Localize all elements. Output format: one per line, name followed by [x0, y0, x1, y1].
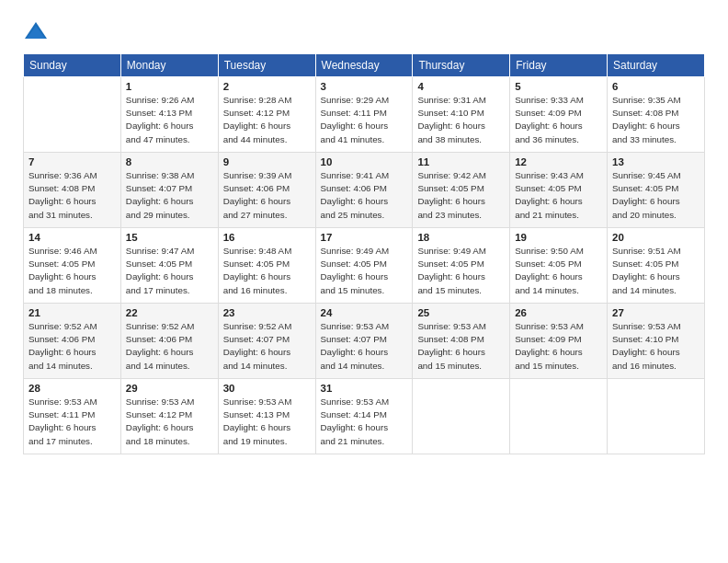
day-info: Sunrise: 9:29 AM Sunset: 4:11 PM Dayligh…	[321, 94, 408, 146]
calendar-cell	[510, 379, 608, 454]
calendar-cell: 6Sunrise: 9:35 AM Sunset: 4:08 PM Daylig…	[608, 77, 705, 153]
day-number: 23	[223, 307, 311, 318]
calendar-cell: 7Sunrise: 9:36 AM Sunset: 4:08 PM Daylig…	[24, 153, 121, 228]
day-number: 17	[321, 232, 408, 243]
weekday-header-tuesday: Tuesday	[218, 54, 315, 77]
calendar-cell: 17Sunrise: 9:49 AM Sunset: 4:05 PM Dayli…	[315, 228, 413, 304]
logo	[23, 18, 52, 44]
calendar-cell: 19Sunrise: 9:50 AM Sunset: 4:05 PM Dayli…	[510, 228, 608, 304]
day-info: Sunrise: 9:53 AM Sunset: 4:14 PM Dayligh…	[321, 396, 408, 448]
day-info: Sunrise: 9:28 AM Sunset: 4:12 PM Dayligh…	[223, 94, 311, 146]
day-number: 11	[417, 156, 505, 167]
day-info: Sunrise: 9:53 AM Sunset: 4:08 PM Dayligh…	[417, 320, 505, 373]
weekday-header-saturday: Saturday	[608, 54, 705, 77]
day-info: Sunrise: 9:53 AM Sunset: 4:10 PM Dayligh…	[612, 320, 700, 373]
day-info: Sunrise: 9:49 AM Sunset: 4:05 PM Dayligh…	[417, 245, 505, 297]
day-number: 12	[515, 156, 602, 167]
day-info: Sunrise: 9:35 AM Sunset: 4:08 PM Dayligh…	[612, 94, 700, 146]
calendar-cell: 26Sunrise: 9:53 AM Sunset: 4:09 PM Dayli…	[510, 304, 608, 379]
header	[23, 18, 705, 44]
day-info: Sunrise: 9:43 AM Sunset: 4:05 PM Dayligh…	[515, 169, 602, 222]
day-info: Sunrise: 9:52 AM Sunset: 4:06 PM Dayligh…	[28, 320, 116, 373]
day-number: 6	[612, 81, 700, 92]
day-number: 8	[126, 156, 213, 167]
day-info: Sunrise: 9:49 AM Sunset: 4:05 PM Dayligh…	[321, 245, 408, 297]
calendar-cell: 27Sunrise: 9:53 AM Sunset: 4:10 PM Dayli…	[608, 304, 705, 379]
day-info: Sunrise: 9:53 AM Sunset: 4:09 PM Dayligh…	[515, 320, 602, 373]
day-info: Sunrise: 9:50 AM Sunset: 4:05 PM Dayligh…	[515, 245, 602, 297]
calendar-cell: 31Sunrise: 9:53 AM Sunset: 4:14 PM Dayli…	[315, 379, 413, 454]
calendar-cell: 21Sunrise: 9:52 AM Sunset: 4:06 PM Dayli…	[24, 304, 121, 379]
calendar-cell: 24Sunrise: 9:53 AM Sunset: 4:07 PM Dayli…	[315, 304, 413, 379]
day-info: Sunrise: 9:31 AM Sunset: 4:10 PM Dayligh…	[417, 94, 505, 146]
calendar-cell: 3Sunrise: 9:29 AM Sunset: 4:11 PM Daylig…	[315, 77, 413, 153]
calendar-week-row-4: 21Sunrise: 9:52 AM Sunset: 4:06 PM Dayli…	[24, 304, 705, 379]
calendar-table: SundayMondayTuesdayWednesdayThursdayFrid…	[23, 53, 705, 454]
day-number: 9	[223, 156, 311, 167]
calendar-cell: 30Sunrise: 9:53 AM Sunset: 4:13 PM Dayli…	[218, 379, 315, 454]
calendar-week-row-1: 1Sunrise: 9:26 AM Sunset: 4:13 PM Daylig…	[24, 77, 705, 153]
logo-icon	[23, 18, 49, 44]
day-info: Sunrise: 9:47 AM Sunset: 4:05 PM Dayligh…	[126, 245, 213, 297]
calendar-cell: 28Sunrise: 9:53 AM Sunset: 4:11 PM Dayli…	[24, 379, 121, 454]
day-number: 19	[515, 232, 602, 243]
calendar-cell	[413, 379, 510, 454]
calendar-cell: 1Sunrise: 9:26 AM Sunset: 4:13 PM Daylig…	[120, 77, 218, 153]
day-info: Sunrise: 9:33 AM Sunset: 4:09 PM Dayligh…	[515, 94, 602, 146]
day-number: 3	[321, 81, 408, 92]
weekday-header-monday: Monday	[120, 54, 218, 77]
day-info: Sunrise: 9:53 AM Sunset: 4:12 PM Dayligh…	[126, 396, 213, 448]
day-info: Sunrise: 9:51 AM Sunset: 4:05 PM Dayligh…	[612, 245, 700, 297]
calendar-cell: 23Sunrise: 9:52 AM Sunset: 4:07 PM Dayli…	[218, 304, 315, 379]
page: SundayMondayTuesdayWednesdayThursdayFrid…	[0, 0, 728, 563]
day-info: Sunrise: 9:53 AM Sunset: 4:13 PM Dayligh…	[223, 396, 311, 448]
day-number: 22	[126, 307, 213, 318]
calendar-cell: 20Sunrise: 9:51 AM Sunset: 4:05 PM Dayli…	[608, 228, 705, 304]
day-number: 31	[321, 383, 408, 394]
day-info: Sunrise: 9:52 AM Sunset: 4:07 PM Dayligh…	[223, 320, 311, 373]
calendar-cell: 12Sunrise: 9:43 AM Sunset: 4:05 PM Dayli…	[510, 153, 608, 228]
day-number: 27	[612, 307, 700, 318]
day-number: 4	[417, 81, 505, 92]
weekday-header-row: SundayMondayTuesdayWednesdayThursdayFrid…	[24, 54, 705, 77]
calendar-week-row-5: 28Sunrise: 9:53 AM Sunset: 4:11 PM Dayli…	[24, 379, 705, 454]
day-info: Sunrise: 9:26 AM Sunset: 4:13 PM Dayligh…	[126, 94, 213, 146]
day-info: Sunrise: 9:45 AM Sunset: 4:05 PM Dayligh…	[612, 169, 700, 222]
day-info: Sunrise: 9:41 AM Sunset: 4:06 PM Dayligh…	[321, 169, 408, 222]
weekday-header-wednesday: Wednesday	[315, 54, 413, 77]
day-number: 10	[321, 156, 408, 167]
calendar-cell	[24, 77, 121, 153]
day-number: 29	[126, 383, 213, 394]
day-number: 30	[223, 383, 311, 394]
day-number: 21	[28, 307, 116, 318]
day-number: 13	[612, 156, 700, 167]
calendar-cell: 2Sunrise: 9:28 AM Sunset: 4:12 PM Daylig…	[218, 77, 315, 153]
calendar-week-row-3: 14Sunrise: 9:46 AM Sunset: 4:05 PM Dayli…	[24, 228, 705, 304]
weekday-header-sunday: Sunday	[24, 54, 121, 77]
day-info: Sunrise: 9:52 AM Sunset: 4:06 PM Dayligh…	[126, 320, 213, 373]
day-number: 14	[28, 232, 116, 243]
day-number: 1	[126, 81, 213, 92]
day-info: Sunrise: 9:39 AM Sunset: 4:06 PM Dayligh…	[223, 169, 311, 222]
day-info: Sunrise: 9:53 AM Sunset: 4:07 PM Dayligh…	[321, 320, 408, 373]
calendar-cell: 22Sunrise: 9:52 AM Sunset: 4:06 PM Dayli…	[120, 304, 218, 379]
calendar-cell: 4Sunrise: 9:31 AM Sunset: 4:10 PM Daylig…	[413, 77, 510, 153]
day-info: Sunrise: 9:53 AM Sunset: 4:11 PM Dayligh…	[28, 396, 116, 448]
weekday-header-thursday: Thursday	[413, 54, 510, 77]
day-number: 2	[223, 81, 311, 92]
calendar-cell: 14Sunrise: 9:46 AM Sunset: 4:05 PM Dayli…	[24, 228, 121, 304]
day-info: Sunrise: 9:48 AM Sunset: 4:05 PM Dayligh…	[223, 245, 311, 297]
calendar-cell	[608, 379, 705, 454]
calendar-cell: 10Sunrise: 9:41 AM Sunset: 4:06 PM Dayli…	[315, 153, 413, 228]
day-number: 20	[612, 232, 700, 243]
day-number: 25	[417, 307, 505, 318]
calendar-cell: 5Sunrise: 9:33 AM Sunset: 4:09 PM Daylig…	[510, 77, 608, 153]
calendar-cell: 15Sunrise: 9:47 AM Sunset: 4:05 PM Dayli…	[120, 228, 218, 304]
calendar-cell: 16Sunrise: 9:48 AM Sunset: 4:05 PM Dayli…	[218, 228, 315, 304]
day-info: Sunrise: 9:38 AM Sunset: 4:07 PM Dayligh…	[126, 169, 213, 222]
calendar-cell: 9Sunrise: 9:39 AM Sunset: 4:06 PM Daylig…	[218, 153, 315, 228]
day-number: 26	[515, 307, 602, 318]
calendar-week-row-2: 7Sunrise: 9:36 AM Sunset: 4:08 PM Daylig…	[24, 153, 705, 228]
day-info: Sunrise: 9:36 AM Sunset: 4:08 PM Dayligh…	[28, 169, 116, 222]
day-number: 15	[126, 232, 213, 243]
